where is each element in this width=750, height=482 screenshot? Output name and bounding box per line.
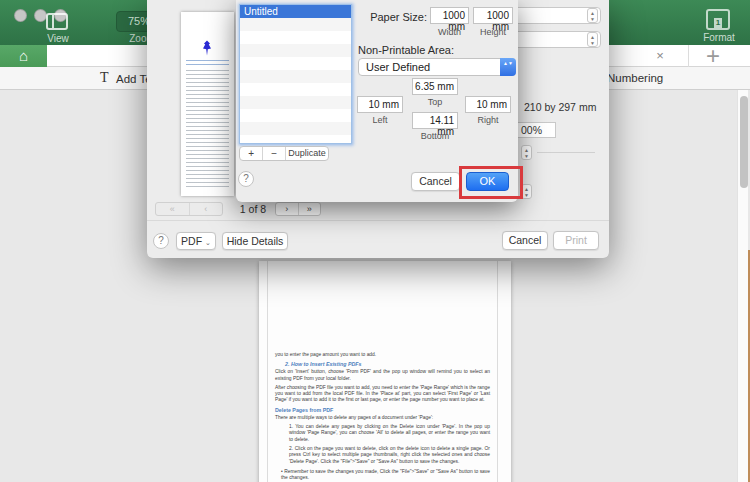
right-margin-input[interactable]: 10 mm	[465, 96, 511, 113]
sheet-cancel-button[interactable]: Cancel	[411, 172, 460, 191]
stepper-control[interactable]: ▲▼	[587, 32, 598, 47]
paper-size-preset-list[interactable]: Untitled	[239, 4, 352, 144]
stepper-control[interactable]: ▲▼	[521, 145, 532, 160]
print-help-button[interactable]: ?	[153, 233, 169, 249]
view-label: View	[40, 33, 76, 44]
stepper-down-icon: ▼	[590, 16, 595, 22]
doc-list-item: 1. You can delete any pages by clicking …	[289, 424, 490, 443]
pdf-menu-button[interactable]: PDF ⌄	[176, 232, 216, 250]
previous-page-button[interactable]: ‹	[189, 203, 223, 215]
paper-dimensions-text: 210 by 297 mm	[524, 101, 596, 113]
last-page-button[interactable]: »	[298, 203, 321, 215]
stepper-down-icon: ▼	[524, 192, 529, 198]
view-button[interactable]	[46, 13, 68, 30]
width-input[interactable]: 1000 mm	[430, 7, 469, 24]
top-margin-input[interactable]: 6.35 mm	[412, 78, 458, 95]
traffic-light-close[interactable]	[14, 9, 27, 22]
preview-text-lines	[186, 60, 229, 68]
chevron-down-icon: ⌄	[205, 239, 211, 246]
pushpin-image	[199, 40, 215, 56]
document-text-frame: you to enter the page amount you want to…	[267, 261, 498, 482]
sidebar-panel-icon	[46, 13, 68, 30]
pager-forward-group: › »	[275, 202, 321, 216]
stepper-down-icon: ▼	[524, 153, 529, 159]
first-page-button[interactable]: «	[156, 203, 189, 215]
doc-paragraph: There are multiple ways to delete any pa…	[275, 415, 490, 421]
document-page: you to enter the page amount you want to…	[259, 261, 511, 482]
hide-details-button[interactable]: Hide Details	[222, 232, 288, 250]
page-indicator: 1 of 8	[233, 203, 273, 215]
print-preview-page[interactable]	[181, 12, 234, 196]
separator-line	[537, 152, 595, 153]
home-tab[interactable]: ⌂	[0, 45, 47, 67]
duplicate-preset-button[interactable]: Duplicate	[285, 147, 328, 160]
bottom-margin-label: Bottom	[412, 131, 458, 141]
dialog-separator	[147, 220, 609, 221]
doc-bullet: • Remember to save the changes you made,…	[281, 469, 490, 482]
scale-input[interactable]: 00%	[512, 122, 556, 138]
npa-value: User Defined	[366, 61, 430, 73]
tab-separator	[688, 45, 689, 67]
preset-list-item-selected[interactable]: Untitled	[240, 5, 351, 18]
doc-list-item: 2. Click on the page you want to delete,…	[289, 446, 490, 465]
sheet-help-button[interactable]: ?	[238, 171, 254, 187]
doc-paragraph: you to enter the page amount you want to…	[275, 352, 490, 358]
numbering-button[interactable]: Numbering	[607, 72, 663, 84]
remove-preset-button[interactable]: −	[262, 147, 285, 160]
print-cancel-button[interactable]: Cancel	[502, 231, 548, 250]
width-label: Width	[430, 27, 469, 37]
add-tab-icon[interactable]: +	[698, 43, 728, 69]
add-preset-button[interactable]: +	[240, 147, 262, 160]
right-margin-label: Right	[465, 115, 511, 125]
doc-heading: 2. How to Insert Existing PDFs	[275, 361, 490, 368]
bottom-margin-input[interactable]: 14.11 mm	[412, 112, 458, 129]
height-input[interactable]: 1000 mm	[473, 7, 513, 24]
doc-heading: Delete Pages from PDF	[275, 407, 490, 414]
left-margin-input[interactable]: 10 mm	[357, 96, 403, 113]
preset-edit-buttons: + − Duplicate	[239, 146, 329, 161]
next-page-button[interactable]: ›	[276, 203, 298, 215]
pdf-menu-label: PDF	[181, 235, 202, 247]
preview-text-lines	[186, 70, 229, 190]
home-icon: ⌂	[19, 47, 28, 64]
popup-stepper-icon: ▲▼	[500, 58, 516, 76]
stepper-down-icon: ▼	[590, 40, 595, 46]
left-margin-label: Left	[357, 115, 403, 125]
print-button[interactable]: Print	[553, 231, 599, 250]
add-text-icon: T	[100, 70, 109, 86]
stepper-control[interactable]: ▲▼	[587, 8, 598, 23]
height-label: Height	[473, 27, 513, 37]
top-margin-label: Top	[412, 97, 458, 107]
annotation-highlight-rectangle	[459, 166, 523, 199]
non-printable-area-dropdown[interactable]: User Defined ▲▼	[358, 58, 516, 76]
vertical-scrollbar[interactable]	[737, 90, 748, 482]
paper-size-label: Paper Size:	[356, 11, 427, 23]
pager-back-group: « ‹	[155, 202, 223, 216]
app-window: View 75% ⌄ Zoom 1 Format ⌂ × + T Add Te …	[0, 0, 750, 482]
scrollbar-thumb[interactable]	[740, 96, 748, 188]
close-tab-icon[interactable]: ×	[652, 46, 668, 66]
non-printable-area-label: Non-Printable Area:	[358, 44, 454, 56]
format-button[interactable]: 1	[706, 9, 730, 30]
doc-paragraph: Click on 'Insert' button, choose 'From P…	[275, 369, 490, 382]
doc-paragraph: After choosing the PDF file you want to …	[275, 385, 490, 404]
format-page-icon: 1	[706, 9, 730, 30]
